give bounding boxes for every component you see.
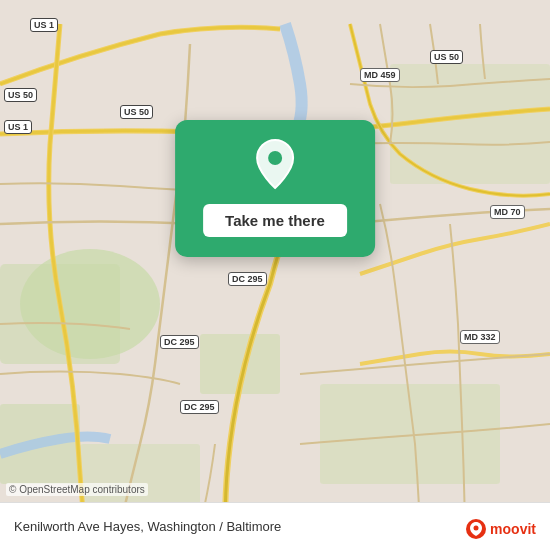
location-card: Take me there: [175, 120, 375, 257]
bottom-bar: Kenilworth Ave Hayes, Washington / Balti…: [0, 502, 550, 550]
road-label-us50-left: US 50: [4, 88, 37, 102]
svg-point-10: [474, 526, 479, 531]
road-label-dc295-mid: DC 295: [160, 335, 199, 349]
road-label-md332: MD 332: [460, 330, 500, 344]
road-label-us50-mid: US 50: [120, 105, 153, 119]
moovit-pin-icon: [465, 518, 487, 540]
map-pin-icon: [253, 138, 297, 194]
road-label-us50-right: US 50: [430, 50, 463, 64]
osm-attribution: © OpenStreetMap contributors: [6, 483, 148, 496]
road-label-dc295-top: DC 295: [228, 272, 267, 286]
map-container: US 1 US 1 US 50 US 50 US 50 MD 459 MD 70…: [0, 0, 550, 550]
location-address: Kenilworth Ave Hayes, Washington / Balti…: [14, 519, 281, 534]
road-label-md70: MD 70: [490, 205, 525, 219]
svg-point-8: [268, 151, 282, 165]
road-label-md459: MD 459: [360, 68, 400, 82]
road-label-dc295-bot: DC 295: [180, 400, 219, 414]
moovit-logo: moovit: [465, 518, 536, 540]
take-me-there-button[interactable]: Take me there: [203, 204, 347, 237]
moovit-brand-text: moovit: [490, 521, 536, 537]
road-label-us1-top: US 1: [30, 18, 58, 32]
road-label-us1-left: US 1: [4, 120, 32, 134]
